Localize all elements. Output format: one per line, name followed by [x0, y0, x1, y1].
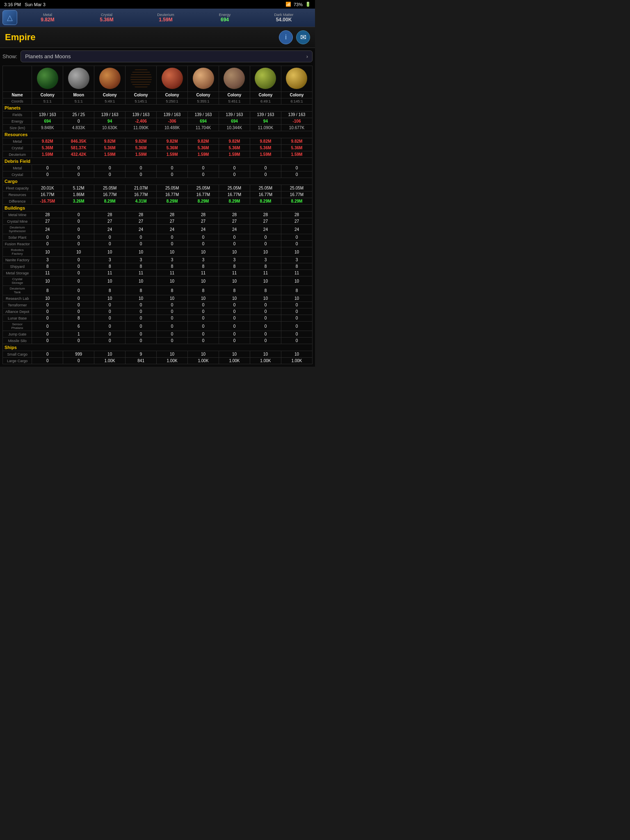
- crystal-storage-row: CrystalStorage 10 0 10 10 10 10 10 10 10: [3, 276, 313, 286]
- col2-name[interactable]: Colony: [94, 92, 126, 98]
- alliance-depot-row: Alliance Depot 0 0 0 0 0 0 0 0 0: [3, 308, 313, 315]
- jump-gate-row: Jump Gate 0 1 0 0 0 0 0 0 0: [3, 331, 313, 338]
- lunar-base-row: Lunar Base 0 8 0 0 0 0 0 0 0: [3, 315, 313, 322]
- debris-crystal-row: Crystal 0 0 0 0 0 0 0 0 0: [3, 171, 313, 178]
- res-crystal-row: Crystal 5.36M 581.37K 5.36M 5.36M 5.36M …: [3, 145, 313, 151]
- name-row: Name Colony Moon Colony Colony Colony Co…: [3, 92, 313, 98]
- coords-row: Coords 5:1:1 5:1:1 5:49:1 5:145:1 5:250:…: [3, 98, 313, 105]
- empire-table: Name Colony Moon Colony Colony Colony Co…: [2, 66, 313, 364]
- metal-mine-row: Metal Mine 28 0 28 28 28 28 28 28 28: [3, 212, 313, 218]
- col3-name[interactable]: Colony: [126, 92, 157, 98]
- debris-section: Debris Field: [3, 158, 313, 165]
- resource-crystal: Crystal 5.36M: [78, 13, 135, 23]
- planets-section: Planets: [3, 105, 313, 112]
- resource-metal: Metal 9.82M: [19, 13, 76, 23]
- nanite-factory-row: Nanite Factory 3 0 3 3 3 3 3 3 3: [3, 257, 313, 263]
- robotics-factory-row: RoboticsFactory 10 10 10 10 10 10 10 10 …: [3, 247, 313, 257]
- metal-storage-row: Metal Storage 11 0 11 11 11 11 11 11 11: [3, 270, 313, 276]
- status-bar: 3:16 PM Sun Mar 3 📶 73% 🔋: [0, 0, 315, 9]
- planet-img-0[interactable]: [32, 66, 63, 92]
- chevron-right-icon: ›: [306, 53, 308, 59]
- large-cargo-row: Large Cargo 0 0 1.00K 841 1.00K 1.00K 1.…: [3, 358, 313, 364]
- difference-row: Difference -16.75M 3.26M 8.29M 4.31M 8.2…: [3, 198, 313, 205]
- resource-dark-matter: Dark Matter 54.00K: [255, 13, 313, 23]
- planet-img-3[interactable]: [126, 66, 157, 92]
- col0-name[interactable]: Colony: [32, 92, 63, 98]
- battery-icon: 🔋: [305, 2, 311, 7]
- deuterium-tank-row: DeuteriumTank 8 0 8 8 8 8 8 8 8: [3, 286, 313, 295]
- buildings-section: Buildings: [3, 205, 313, 212]
- empire-title: Empire: [5, 32, 36, 43]
- missile-silo-row: Missile Silo 0 0 0 0 0 0 0 0 0: [3, 338, 313, 344]
- planet-img-7[interactable]: [250, 66, 281, 92]
- size-row: Size (km) 9.848K 4.833K 10.630K 11.090K …: [3, 125, 313, 131]
- header-icons: i ✉: [279, 30, 310, 44]
- col6-name[interactable]: Colony: [219, 92, 250, 98]
- show-bar: Show: Planets and Moons ›: [2, 50, 313, 62]
- data-table-wrapper[interactable]: Name Colony Moon Colony Colony Colony Co…: [2, 66, 313, 364]
- resource-bar: △ Metal 9.82M Crystal 5.36M Deuterium 1.…: [0, 9, 315, 27]
- planet-img-6[interactable]: [219, 66, 250, 92]
- small-cargo-row: Small Cargo 0 999 10 9 10 10 10 10 10: [3, 351, 313, 358]
- resource-energy: Energy 694: [196, 13, 253, 23]
- main-content: Show: Planets and Moons ›: [0, 48, 315, 367]
- energy-row: Energy 694 0 94 -2,406 -306 694 694 94 -…: [3, 118, 313, 125]
- fusion-reactor-row: Fusion Reactor 0 0 0 0 0 0 0 0 0: [3, 241, 313, 247]
- planet-img-8[interactable]: [281, 66, 312, 92]
- status-time: 3:16 PM Sun Mar 3: [4, 2, 46, 7]
- show-label: Show:: [2, 53, 17, 59]
- resource-deuterium: Deuterium 1.59M: [137, 13, 194, 23]
- planet-images-row: [3, 66, 313, 92]
- planet-img-5[interactable]: [188, 66, 219, 92]
- col1-name[interactable]: Moon: [63, 92, 94, 98]
- resources-section: Resources: [3, 131, 313, 138]
- coords-label: Coords: [3, 98, 32, 105]
- cargo-resources-row: Resources 16.77M 1.86M 16.77M 16.77M 16.…: [3, 192, 313, 198]
- debris-metal-row: Metal 0 0 0 0 0 0 0 0 0: [3, 165, 313, 171]
- crystal-mine-row: Crystal Mine 27 0 27 27 27 27 27 27 27: [3, 218, 313, 225]
- research-lab-row: Research Lab 10 0 10 10 10 10 10 10 10: [3, 295, 313, 302]
- fields-row: Fields 139 / 163 25 / 25 139 / 163 139 /…: [3, 112, 313, 118]
- sensor-phalanx-row: SensorPhalanx 0 6 0 0 0 0 0 0 0: [3, 322, 313, 331]
- terraformer-row: Terraformer 0 0 0 0 0 0 0 0 0: [3, 302, 313, 308]
- app-icon[interactable]: △: [2, 10, 17, 25]
- battery-level: 73%: [294, 2, 303, 7]
- name-label: Name: [3, 92, 32, 98]
- mail-button[interactable]: ✉: [296, 30, 310, 44]
- res-metal-row: Metal 9.82M 846.35K 9.82M 9.82M 9.82M 9.…: [3, 138, 313, 145]
- empire-header: Empire i ✉: [0, 27, 315, 48]
- planet-img-2[interactable]: [94, 66, 126, 92]
- status-right: 📶 73% 🔋: [285, 2, 311, 7]
- res-deuterium-row: Deuterium 1.59M 432.42K 1.59M 1.59M 1.59…: [3, 151, 313, 158]
- wifi-icon: 📶: [285, 2, 291, 7]
- info-button[interactable]: i: [279, 30, 293, 44]
- cargo-section: Cargo: [3, 178, 313, 185]
- col8-name[interactable]: Colony: [281, 92, 312, 98]
- show-dropdown-value: Planets and Moons: [25, 53, 71, 59]
- shipyard-row: Shipyard 8 0 8 8 8 8 8 8 8: [3, 263, 313, 270]
- planet-img-1[interactable]: [63, 66, 94, 92]
- col4-name[interactable]: Colony: [157, 92, 188, 98]
- ships-section: Ships: [3, 344, 313, 351]
- deuterium-synth-row: DeuteriumSynthesizer 24 0 24 24 24 24 24…: [3, 225, 313, 234]
- solar-plant-row: Solar Plant 0 0 0 0 0 0 0 0 0: [3, 234, 313, 241]
- fleet-capacity-row: Fleet capacity 20.01K 5.12M 25.05M 21.07…: [3, 185, 313, 192]
- show-dropdown[interactable]: Planets and Moons ›: [21, 50, 313, 62]
- planet-img-4[interactable]: [157, 66, 188, 92]
- col7-name[interactable]: Colony: [250, 92, 281, 98]
- col5-name[interactable]: Colony: [188, 92, 219, 98]
